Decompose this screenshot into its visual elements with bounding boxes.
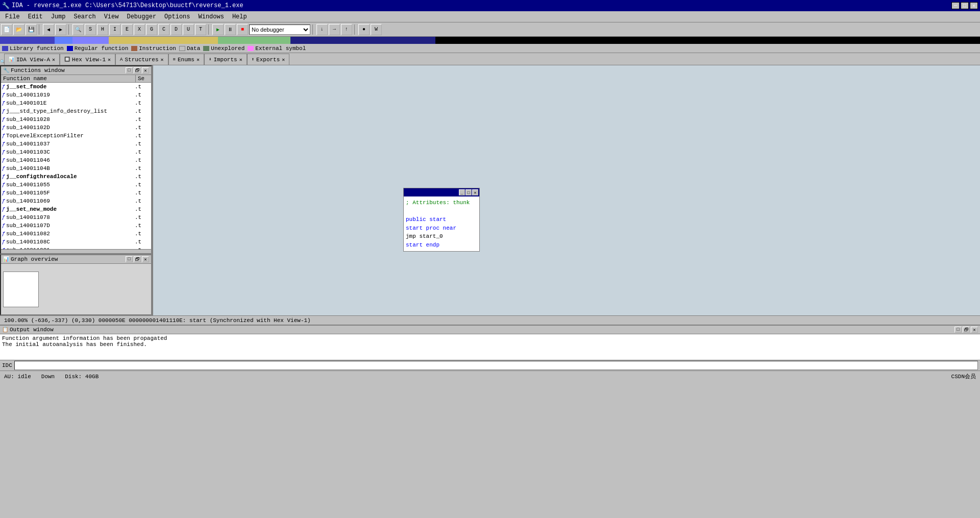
function-list-item[interactable]: ƒsub_1400101E.t (1, 99, 151, 107)
function-list-item[interactable]: ƒsub_14001105F.t (1, 189, 151, 197)
function-list-item[interactable]: ƒj__configthreadlocale.t (1, 172, 151, 181)
output-input-field[interactable] (14, 361, 978, 370)
stop-button[interactable]: ■ (237, 24, 248, 35)
graph-overview-controls[interactable]: □ 🗗 ✕ (126, 256, 149, 262)
code-button[interactable]: C (158, 24, 169, 35)
data-button[interactable]: D (170, 24, 182, 35)
menu-options[interactable]: Options (160, 12, 194, 21)
menu-help[interactable]: Help (228, 12, 251, 21)
bp-button[interactable]: ● (358, 24, 370, 35)
tab-enums-close[interactable]: ✕ (197, 57, 200, 63)
function-list-item[interactable]: ƒsub_140011019.t (1, 91, 151, 99)
hex-button[interactable]: H (97, 24, 108, 35)
type-button[interactable]: T (195, 24, 206, 35)
graph-overview-close[interactable]: ✕ (142, 256, 149, 262)
search-button[interactable]: 🔍 (72, 24, 84, 35)
function-list-item[interactable]: ƒsub_14001103C.t (1, 148, 151, 156)
graph-overview-float[interactable]: 🗗 (134, 256, 141, 262)
function-segment-label: .t (135, 133, 150, 139)
step-out-button[interactable]: ↑ (341, 24, 352, 35)
tab-enums[interactable]: ≡ Enums ✕ (168, 54, 204, 65)
close-button[interactable]: ✕ (970, 2, 978, 9)
popup-max-btn[interactable]: □ (465, 189, 472, 195)
functions-window-close[interactable]: ✕ (142, 67, 149, 73)
function-list-item[interactable]: ƒj__set_fmode.t (1, 83, 151, 91)
function-list-item[interactable]: ƒsub_14001102D.t (1, 124, 151, 132)
title-bar-controls[interactable]: ─ □ ✕ (951, 2, 978, 9)
function-list-item[interactable]: ƒsub_14001104B.t (1, 164, 151, 172)
title-bar: 🔧 IDA - reverse_1.exe C:\Users\54713\Des… (0, 0, 980, 11)
function-list-item[interactable]: ƒsub_140011078.t (1, 213, 151, 221)
function-list-item[interactable]: ƒsub_140011028.t (1, 115, 151, 124)
graph-overview-header: 📊 Graph overview □ 🗗 ✕ (1, 255, 151, 264)
output-float-btn[interactable]: 🗗 (963, 327, 970, 333)
output-restore-btn[interactable]: □ (954, 327, 962, 333)
tab-exports-close[interactable]: ✕ (282, 57, 285, 63)
menu-jump[interactable]: Jump (47, 12, 70, 21)
exports-button[interactable]: E (121, 24, 133, 35)
function-list-item[interactable]: ƒsub_140011037.t (1, 140, 151, 148)
functions-window-restore[interactable]: □ (126, 67, 133, 73)
function-list-item[interactable]: ƒsub_14001108C.t (1, 238, 151, 246)
function-list-item[interactable]: ƒsub_140011069.t (1, 197, 151, 205)
functions-window-controls[interactable]: □ 🗗 ✕ (126, 67, 149, 73)
code-popup-content: ; Attributes: thunk public start start p… (404, 196, 479, 251)
function-icon: ƒ (2, 125, 5, 131)
function-list-item[interactable]: ƒsub_140011055.t (1, 181, 151, 189)
code-popup[interactable]: _ □ ✕ ; Attributes: thunk public start s… (403, 188, 480, 252)
functions-scrollbar[interactable] (1, 249, 151, 253)
tab-exports[interactable]: ⬆ Exports ✕ (247, 54, 290, 65)
watch-button[interactable]: W (371, 24, 382, 35)
tab-hex-view-close[interactable]: ✕ (108, 57, 111, 63)
strings-button[interactable]: S (85, 24, 96, 35)
tab-ida-view-close[interactable]: ✕ (52, 57, 55, 63)
step-into-button[interactable]: ↓ (316, 24, 328, 35)
menu-debugger[interactable]: Debugger (122, 12, 160, 21)
functions-window-title: Functions window (11, 67, 65, 73)
code-popup-controls[interactable]: _ □ ✕ (459, 189, 478, 195)
functions-list[interactable]: ƒj__set_fmode.tƒsub_140011019.tƒsub_1400… (1, 83, 151, 249)
functions-window-float[interactable]: 🗗 (134, 67, 141, 73)
menu-edit[interactable]: Edit (24, 12, 47, 21)
forward-button[interactable]: ▶ (55, 24, 66, 35)
save-button[interactable]: 💾 (26, 24, 37, 35)
tab-structures-close[interactable]: ✕ (161, 57, 164, 63)
imports-button[interactable]: I (109, 24, 120, 35)
menu-file[interactable]: File (1, 12, 24, 21)
menu-windows[interactable]: Windows (194, 12, 228, 21)
open-button[interactable]: 📂 (13, 24, 24, 35)
debugger-select[interactable]: No debugger (249, 24, 310, 35)
graph-overview-restore[interactable]: □ (126, 256, 133, 262)
function-list-item[interactable]: ƒj__set_new_mode.t (1, 205, 151, 213)
minimize-button[interactable]: ─ (951, 2, 960, 9)
menu-view[interactable]: View (100, 12, 123, 21)
tab-hex-view[interactable]: 🔲 Hex View-1 ✕ (60, 54, 115, 65)
tab-imports-close[interactable]: ✕ (239, 57, 242, 63)
xrefs-button[interactable]: X (134, 24, 145, 35)
output-close-btn[interactable]: ✕ (971, 327, 978, 333)
run-button[interactable]: ▶ (212, 24, 224, 35)
output-window-controls[interactable]: □ 🗗 ✕ (954, 327, 978, 333)
function-list-item[interactable]: ƒTopLevelExceptionFilter.t (1, 132, 151, 140)
graph-button[interactable]: G (146, 24, 157, 35)
function-list-item[interactable]: ƒsub_140011082.t (1, 230, 151, 238)
pause-button[interactable]: ⏸ (225, 24, 236, 35)
tab-imports-icon: ⬇ (209, 57, 211, 62)
left-panel: 🔧 Functions window □ 🗗 ✕ Function name S… (0, 65, 153, 315)
new-button[interactable]: 📄 (1, 24, 12, 35)
function-list-item[interactable]: ƒsub_14001107D.t (1, 221, 151, 230)
menu-search[interactable]: Search (69, 12, 100, 21)
undef-button[interactable]: U (183, 24, 194, 35)
tab-ida-view[interactable]: 📊 IDA View-A ✕ (4, 54, 60, 65)
function-list-item[interactable]: ƒj___std_type_info_destroy_list.t (1, 107, 151, 115)
maximize-button[interactable]: □ (961, 2, 969, 9)
popup-close-btn[interactable]: ✕ (472, 189, 478, 195)
step-over-button[interactable]: → (329, 24, 340, 35)
function-name-label: sub_140011046 (6, 157, 135, 163)
tab-imports[interactable]: ⬇ Imports ✕ (204, 54, 247, 65)
tab-structures[interactable]: A Structures ✕ (115, 54, 168, 65)
function-list-item[interactable]: ƒsub_140011046.t (1, 156, 151, 164)
function-segment-label: .t (135, 116, 150, 122)
popup-min-btn[interactable]: _ (459, 189, 465, 195)
back-button[interactable]: ◀ (43, 24, 54, 35)
